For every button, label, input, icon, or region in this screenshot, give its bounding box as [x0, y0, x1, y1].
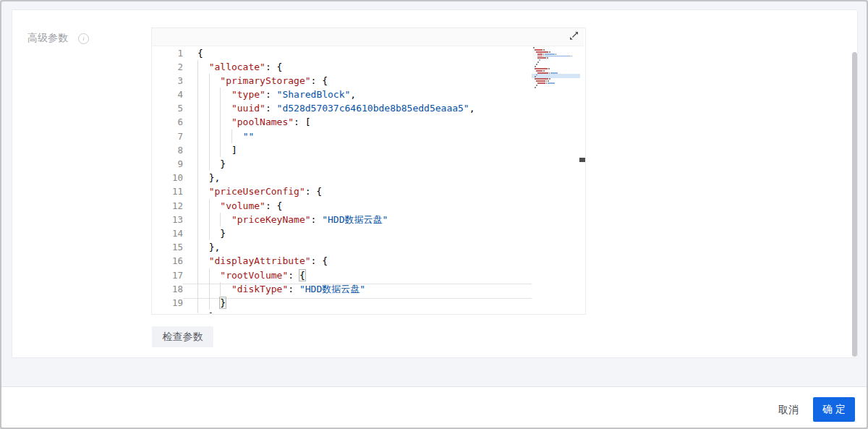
line-number: 17 [152, 268, 183, 282]
line-number: 9 [152, 157, 183, 171]
indent-guide [209, 213, 210, 226]
minimap-line [532, 54, 580, 55]
advanced-parameters-dialog: 高级参数 i 1234567891011121314151617181920 {… [0, 0, 868, 429]
line-number: 15 [152, 240, 183, 254]
minimap-line [532, 51, 580, 53]
indent-guide [220, 282, 221, 296]
indent-guide [220, 213, 221, 226]
indent-guide [197, 296, 198, 310]
minimap-line [532, 59, 580, 61]
minimap-line [532, 57, 580, 59]
indent-guide [197, 171, 198, 184]
indent-guide [197, 184, 198, 198]
line-number-gutter: 1234567891011121314151617181920 [152, 46, 183, 313]
minimap-line [532, 76, 580, 77]
line-number: 7 [152, 129, 183, 143]
code-line: "allocate": { [197, 60, 532, 74]
indent-guide [220, 101, 221, 115]
code-line: "diskType": "HDD数据云盘" [197, 282, 532, 296]
line-number: 5 [152, 101, 183, 115]
indent-guide [220, 129, 221, 143]
indent-guide [197, 143, 198, 157]
indent-guide [197, 254, 198, 268]
indent-guide [197, 240, 198, 254]
indent-guide [197, 74, 198, 88]
line-number: 16 [152, 254, 183, 268]
info-icon[interactable]: i [78, 33, 89, 44]
code-line: "type": "SharedBlock", [197, 88, 532, 101]
minimap-line [532, 68, 580, 69]
overview-ruler-cursor-mark [579, 158, 585, 162]
line-number: 4 [152, 88, 183, 101]
line-number: 2 [152, 60, 183, 74]
minimap-line [532, 82, 580, 84]
advanced-params-label: 高级参数 [27, 32, 68, 45]
code-line: } [197, 226, 532, 240]
minimap-line [532, 61, 580, 63]
minimap-line [532, 80, 580, 82]
line-number: 13 [152, 213, 183, 226]
minimap-line [532, 75, 580, 76]
indent-guide [197, 115, 198, 129]
indent-guide [220, 88, 221, 101]
indent-guide [197, 226, 198, 240]
code-line: { [197, 46, 532, 60]
code-line: } [197, 296, 532, 310]
indent-guide [220, 143, 221, 157]
line-number: 8 [152, 143, 183, 157]
minimap-line [532, 66, 580, 67]
line-number: 14 [152, 226, 183, 240]
indent-guide [197, 268, 198, 282]
line-number: 18 [152, 282, 183, 296]
minimap-line [532, 85, 580, 86]
minimap-line [532, 56, 580, 57]
code-line: } [197, 157, 532, 171]
indent-guide [209, 282, 210, 296]
indent-guide [209, 268, 210, 282]
code-area[interactable]: { "allocate": { "primaryStorage": { "typ… [197, 46, 532, 313]
indent-guide [209, 157, 210, 171]
indent-guide [197, 88, 198, 101]
code-line: }, [197, 310, 532, 313]
code-line: "uuid": "d528d57037c64610bde8b85edd5eaaa… [197, 101, 532, 115]
minimap-line [532, 70, 580, 72]
line-number: 6 [152, 115, 183, 129]
editor-toolbar [152, 28, 584, 46]
cancel-button[interactable]: 取消 [774, 401, 803, 420]
dialog-scrollbar-thumb[interactable] [852, 52, 857, 357]
minimap-line [532, 72, 580, 74]
code-line: "displayAttribute": { [197, 254, 532, 268]
indent-guide [209, 199, 210, 213]
indent-guide [209, 129, 210, 143]
dialog-footer [1, 386, 867, 428]
indent-guide [197, 157, 198, 171]
indent-guide [220, 115, 221, 129]
code-line: "rootVolume": { [197, 268, 532, 282]
indent-guide [197, 60, 198, 74]
line-number: 3 [152, 74, 183, 88]
indent-guide [209, 101, 210, 115]
code-line: "" [197, 129, 532, 143]
indent-guide [209, 226, 210, 240]
code-line: ] [197, 143, 532, 157]
indent-guide [197, 199, 198, 213]
code-line: }, [197, 240, 532, 254]
indent-guide [197, 310, 198, 313]
check-parameters-button[interactable]: 检查参数 [152, 326, 213, 347]
indent-guide [209, 296, 210, 310]
code-line: "primaryStorage": { [197, 74, 532, 88]
confirm-button[interactable]: 确 定 [813, 397, 855, 422]
minimap-line [532, 47, 580, 48]
line-number: 11 [152, 184, 183, 198]
minimap[interactable] [532, 47, 580, 311]
expand-icon[interactable] [569, 30, 579, 41]
minimap-line [532, 87, 580, 88]
code-line: "priceUserConfig": { [197, 184, 532, 198]
indent-guide [209, 115, 210, 129]
code-line: }, [197, 171, 532, 184]
indent-guide [197, 213, 198, 226]
indent-guide [209, 143, 210, 157]
indent-guide [231, 129, 232, 143]
line-number: 19 [152, 296, 183, 310]
line-number: 1 [152, 46, 183, 60]
